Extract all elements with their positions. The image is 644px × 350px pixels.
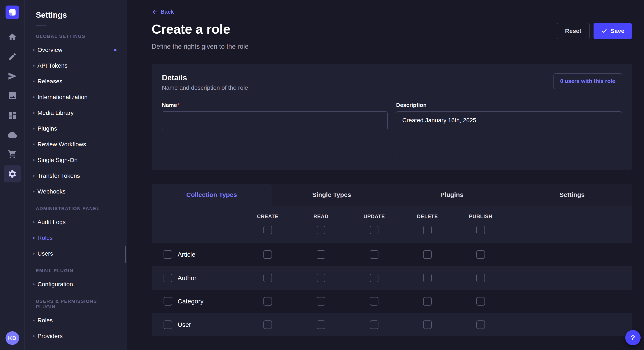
author-create-checkbox[interactable]: [264, 274, 272, 282]
sidebar-item-transfer-tokens[interactable]: Transfer Tokens: [25, 168, 127, 184]
article-read-checkbox[interactable]: [317, 250, 325, 259]
article-publish-checkbox[interactable]: [476, 250, 485, 259]
sidebar-item-audit-logs[interactable]: Audit Logs: [25, 214, 127, 230]
description-input[interactable]: Created January 16th, 2025: [396, 111, 622, 159]
sidebar-item-label: Releases: [38, 78, 62, 85]
name-input[interactable]: [162, 111, 388, 130]
rail-item-settings[interactable]: [4, 166, 21, 182]
sidebar-item-label: API Tokens: [38, 62, 68, 69]
category-delete-checkbox[interactable]: [423, 297, 432, 306]
rail-item-cloud[interactable]: [4, 126, 21, 143]
rail-item-content-manager[interactable]: [4, 48, 21, 65]
article-create-checkbox[interactable]: [264, 250, 272, 259]
reset-button[interactable]: Reset: [557, 23, 590, 39]
user-publish-checkbox[interactable]: [476, 321, 485, 329]
table-row-author: Author: [152, 266, 632, 290]
category-create-checkbox[interactable]: [264, 297, 272, 306]
rail-item-home[interactable]: [4, 28, 21, 45]
media-library-icon: [8, 91, 17, 100]
sidebar-item-overview[interactable]: Overview: [25, 42, 127, 58]
name-field-group: Name*: [162, 102, 388, 160]
author-read-checkbox[interactable]: [317, 274, 325, 282]
page-header: Create a role Reset Save: [152, 21, 632, 39]
author-delete-checkbox[interactable]: [423, 274, 432, 282]
row-label: Author: [178, 274, 196, 282]
select-all-create-checkbox[interactable]: [264, 226, 272, 234]
bullet-icon: [33, 283, 34, 285]
sidebar-item-label: Providers: [38, 333, 62, 340]
sidebar-item-roles-up[interactable]: Roles: [25, 313, 127, 328]
author-update-checkbox[interactable]: [370, 274, 378, 282]
column-header-read: READ: [294, 213, 348, 219]
section-label-users-permissions-plugin: USERS & PERMISSIONS PLUGIN: [25, 292, 127, 313]
bullet-icon: [33, 253, 34, 255]
save-button[interactable]: Save: [594, 23, 632, 39]
sidebar-item-internationalization[interactable]: Internationalization: [25, 89, 127, 105]
sidebar-scrollbar-thumb[interactable]: [125, 246, 126, 263]
user-read-checkbox[interactable]: [317, 321, 325, 329]
sidebar-item-releases[interactable]: Releases: [25, 74, 127, 89]
bullet-icon: [33, 221, 34, 223]
bullet-icon: [33, 237, 34, 239]
tab-single-types[interactable]: Single Types: [272, 184, 392, 206]
bullet-icon: [33, 96, 34, 98]
back-link[interactable]: Back: [152, 8, 174, 15]
select-all-update-checkbox[interactable]: [370, 226, 378, 234]
section-label-email-plugin: EMAIL PLUGIN: [25, 262, 127, 276]
cart-icon: [8, 150, 17, 159]
sidebar-item-users[interactable]: Users: [25, 246, 127, 262]
sidebar-item-single-sign-on[interactable]: Single Sign-On: [25, 152, 127, 168]
author-publish-checkbox[interactable]: [476, 274, 485, 282]
avatar[interactable]: KD: [6, 331, 19, 345]
sidebar-item-media-library[interactable]: Media Library: [25, 105, 127, 121]
select-all-delete-checkbox[interactable]: [423, 226, 432, 234]
rail-item-releases[interactable]: [4, 68, 21, 85]
details-card: Details Name and description of the role…: [152, 64, 632, 170]
author-row-checkbox[interactable]: [164, 274, 172, 282]
divider: [36, 25, 46, 25]
main-content: Back Create a role Reset Save Define the…: [127, 0, 644, 350]
sidebar-item-webhooks[interactable]: Webhooks: [25, 184, 127, 199]
sidebar-item-configuration[interactable]: Configuration: [25, 276, 127, 292]
sidebar-item-roles-admin[interactable]: Roles: [25, 230, 127, 246]
category-publish-checkbox[interactable]: [476, 297, 485, 306]
tab-collection-types[interactable]: Collection Types: [152, 184, 272, 206]
user-row-checkbox[interactable]: [164, 321, 172, 329]
sidebar-item-label: Plugins: [38, 125, 57, 132]
category-row-checkbox[interactable]: [164, 297, 172, 306]
rail-item-media-library[interactable]: [4, 87, 21, 104]
user-delete-checkbox[interactable]: [423, 321, 432, 329]
column-header-create: CREATE: [241, 213, 294, 219]
sidebar-item-label: Configuration: [38, 281, 73, 288]
select-all-publish-checkbox[interactable]: [476, 226, 485, 234]
bullet-icon: [33, 175, 34, 177]
help-button[interactable]: ?: [625, 330, 640, 345]
rail-item-content-type-builder[interactable]: [4, 107, 21, 124]
sidebar-item-api-tokens[interactable]: API Tokens: [25, 58, 127, 74]
rail-item-marketplace[interactable]: [4, 146, 21, 163]
back-label: Back: [160, 8, 174, 15]
details-subtitle: Name and description of the role: [162, 84, 248, 91]
article-update-checkbox[interactable]: [370, 250, 378, 259]
page-subtitle: Define the rights given to the role: [152, 43, 632, 50]
tab-settings[interactable]: Settings: [512, 184, 632, 206]
article-delete-checkbox[interactable]: [423, 250, 432, 259]
save-label: Save: [610, 28, 624, 34]
grid-icon: [8, 111, 17, 120]
users-with-role-button[interactable]: 0 users with this role: [554, 73, 622, 89]
article-row-checkbox[interactable]: [164, 250, 172, 259]
user-create-checkbox[interactable]: [264, 321, 272, 329]
strapi-logo[interactable]: [6, 5, 19, 19]
details-fields: Name* Description Created January 16th, …: [162, 102, 622, 160]
sidebar-item-providers[interactable]: Providers: [25, 328, 127, 344]
sidebar-item-plugins[interactable]: Plugins: [25, 121, 127, 137]
select-all-read-checkbox[interactable]: [317, 226, 325, 234]
pen-icon: [8, 52, 17, 61]
sidebar-item-review-workflows[interactable]: Review Workflows: [25, 137, 127, 152]
category-update-checkbox[interactable]: [370, 297, 378, 306]
user-update-checkbox[interactable]: [370, 321, 378, 329]
bullet-icon: [33, 320, 34, 321]
tab-plugins[interactable]: Plugins: [392, 184, 512, 206]
notification-dot: [114, 49, 116, 51]
category-read-checkbox[interactable]: [317, 297, 325, 306]
